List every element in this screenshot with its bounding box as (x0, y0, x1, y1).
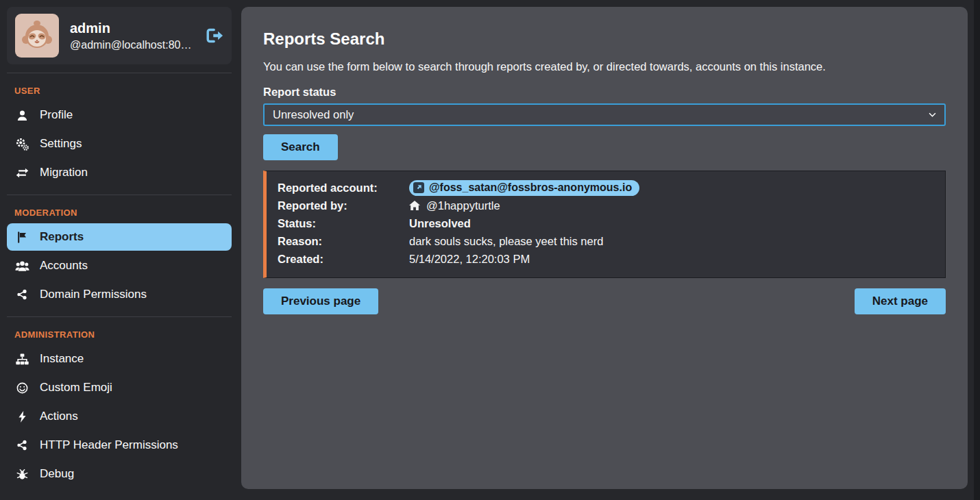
sidebar-item-instance[interactable]: Instance (7, 345, 232, 373)
report-row-status: Status: Unresolved (278, 214, 934, 232)
created-value: 5/14/2022, 12:20:03 PM (409, 253, 530, 266)
page-title: Reports Search (263, 29, 946, 49)
sidebar-item-settings[interactable]: Settings (7, 130, 232, 158)
pagination: Previous page Next page (263, 288, 946, 314)
status-value: Unresolved (409, 217, 471, 230)
sidebar-item-label: HTTP Header Permissions (40, 438, 178, 452)
next-page-button[interactable]: Next page (855, 288, 946, 314)
report-status-select[interactable]: Unresolved only (263, 103, 946, 126)
report-row-reported-account: Reported account: @foss_satan@fossbros-a… (278, 179, 934, 197)
row-label: Status: (278, 217, 409, 230)
sidebar-item-label: Settings (40, 137, 82, 151)
sidebar-item-label: Accounts (40, 259, 88, 273)
sidebar-item-label: Reports (40, 230, 84, 244)
search-button[interactable]: Search (263, 134, 338, 160)
reported-account-handle: @foss_satan@fossbros-anonymous.io (429, 182, 632, 194)
row-label: Reason: (278, 235, 409, 248)
section-label-administration: ADMINISTRATION (0, 325, 238, 345)
section-label-moderation: MODERATION (0, 203, 238, 223)
reported-account-link[interactable]: @foss_satan@fossbros-anonymous.io (409, 180, 639, 196)
sidebar-item-label: Migration (40, 166, 88, 179)
gears-icon (14, 138, 29, 151)
share-nodes-icon (14, 440, 29, 451)
sidebar-item-label: Debug (40, 467, 74, 481)
sidebar-divider (7, 73, 232, 73)
sidebar-item-accounts[interactable]: Accounts (7, 252, 232, 279)
sidebar-item-debug[interactable]: Debug (7, 460, 232, 488)
sidebar-item-label: Actions (40, 410, 78, 423)
sloth-avatar (15, 14, 59, 58)
section-label-user: USER (0, 82, 238, 101)
transfer-arrows-icon (14, 168, 29, 178)
sidebar-item-label: Instance (40, 352, 84, 366)
report-card[interactable]: Reported account: @foss_satan@fossbros-a… (263, 171, 946, 278)
user-icon (14, 110, 29, 121)
app-root: admin @admin@localhost:80… USER Profile (0, 0, 980, 500)
reason-value: dark souls sucks, please yeet this nerd (409, 235, 603, 248)
sidebar-item-migration[interactable]: Migration (7, 159, 232, 186)
sidebar-item-label: Custom Emoji (40, 381, 112, 395)
share-nodes-icon (14, 289, 29, 300)
sidebar-item-custom-emoji[interactable]: Custom Emoji (7, 374, 232, 401)
user-handle: @admin@localhost:80… (70, 39, 191, 51)
previous-page-button[interactable]: Previous page (263, 288, 378, 314)
report-row-created: Created: 5/14/2022, 12:20:03 PM (278, 250, 934, 268)
smiley-icon (14, 382, 29, 394)
sidebar-divider (7, 316, 232, 317)
row-label: Reported account: (278, 182, 409, 195)
bolt-icon (14, 411, 29, 423)
scrollbar-track[interactable] (974, 0, 980, 500)
reporter-handle: @1happyturtle (426, 199, 500, 212)
flag-icon (14, 232, 29, 243)
sidebar-item-profile[interactable]: Profile (7, 101, 232, 129)
home-icon (409, 201, 420, 210)
user-name: admin (70, 21, 191, 36)
chevron-down-icon (929, 112, 936, 117)
external-link-square-icon (413, 182, 424, 193)
page-description: You can use the form below to search thr… (263, 60, 946, 73)
report-row-reported-by: Reported by: @1happyturtle (278, 197, 934, 214)
sidebar-item-actions[interactable]: Actions (7, 403, 232, 430)
report-status-label: Report status (263, 86, 946, 99)
sidebar-item-reports[interactable]: Reports (7, 223, 232, 251)
sign-out-icon[interactable] (206, 28, 223, 43)
sidebar: admin @admin@localhost:80… USER Profile (0, 0, 238, 500)
row-label: Reported by: (278, 199, 409, 212)
report-row-reason: Reason: dark souls sucks, please yeet th… (278, 232, 934, 250)
sidebar-item-label: Domain Permissions (40, 288, 147, 301)
sidebar-item-domain-permissions[interactable]: Domain Permissions (7, 281, 232, 308)
user-meta: admin @admin@localhost:80… (70, 21, 191, 51)
report-status-selected-value: Unresolved only (273, 108, 354, 121)
users-icon (14, 260, 29, 272)
row-label: Created: (278, 253, 409, 266)
sitemap-icon (14, 353, 29, 365)
user-card[interactable]: admin @admin@localhost:80… (7, 7, 232, 64)
sidebar-item-http-header-permissions[interactable]: HTTP Header Permissions (7, 432, 232, 459)
main-column: Reports Search You can use the form belo… (238, 0, 980, 500)
bug-icon (14, 468, 29, 480)
reports-search-panel: Reports Search You can use the form belo… (241, 7, 968, 489)
sidebar-item-label: Profile (40, 108, 73, 122)
sidebar-divider (7, 195, 232, 195)
